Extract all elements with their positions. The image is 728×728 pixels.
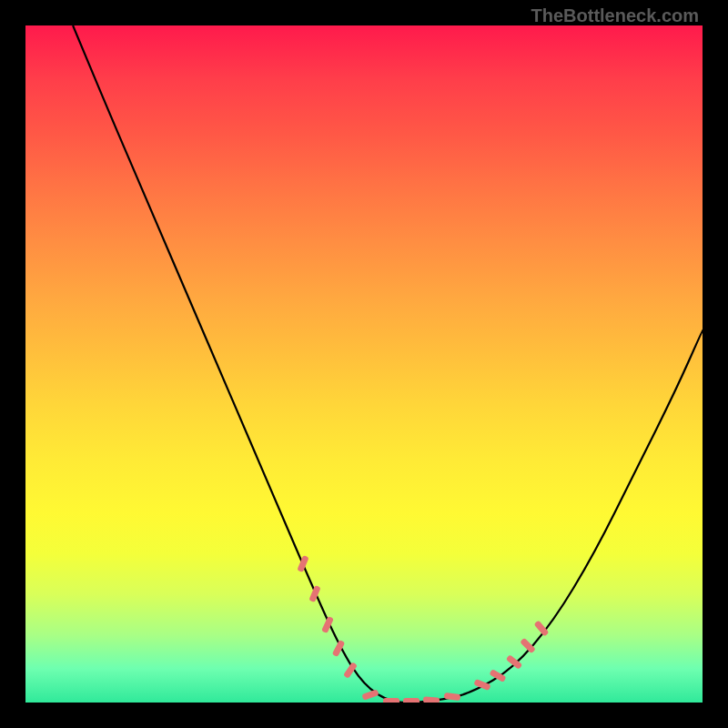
highlight-dash: [423, 696, 440, 703]
plot-area: [25, 25, 703, 703]
curve-svg: [25, 25, 703, 703]
chart-frame: TheBottleneck.com: [0, 0, 728, 728]
highlight-dash: [403, 698, 420, 703]
bottleneck-curve: [73, 25, 703, 703]
attribution-text: TheBottleneck.com: [531, 5, 699, 26]
highlight-dash: [383, 698, 399, 703]
